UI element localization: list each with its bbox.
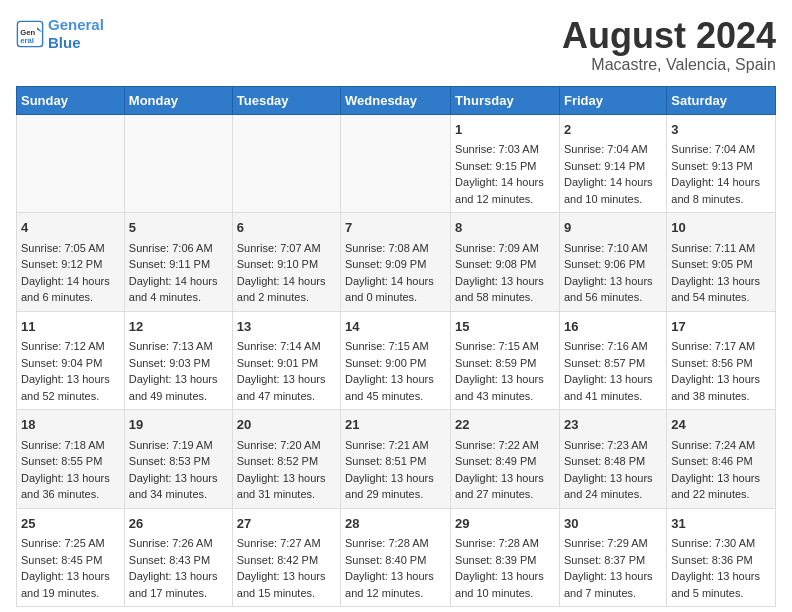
day-number: 14 [345, 317, 446, 337]
day-number: 29 [455, 514, 555, 534]
day-detail: Sunrise: 7:11 AM [671, 240, 771, 257]
day-detail: Sunrise: 7:17 AM [671, 338, 771, 355]
calendar-cell: 26Sunrise: 7:26 AMSunset: 8:43 PMDayligh… [124, 508, 232, 607]
day-detail: Sunrise: 7:03 AM [455, 141, 555, 158]
day-number: 8 [455, 218, 555, 238]
svg-text:eral: eral [20, 36, 34, 45]
calendar-cell: 16Sunrise: 7:16 AMSunset: 8:57 PMDayligh… [559, 311, 666, 410]
day-detail: Sunrise: 7:30 AM [671, 535, 771, 552]
calendar-week-row: 25Sunrise: 7:25 AMSunset: 8:45 PMDayligh… [17, 508, 776, 607]
day-detail: Daylight: 13 hours and 58 minutes. [455, 273, 555, 306]
day-detail: Sunset: 9:05 PM [671, 256, 771, 273]
calendar-cell [232, 114, 340, 213]
day-detail: Daylight: 14 hours and 6 minutes. [21, 273, 120, 306]
day-detail: Sunset: 8:36 PM [671, 552, 771, 569]
calendar-cell: 2Sunrise: 7:04 AMSunset: 9:14 PMDaylight… [559, 114, 666, 213]
calendar-cell: 6Sunrise: 7:07 AMSunset: 9:10 PMDaylight… [232, 213, 340, 312]
day-detail: Sunset: 9:14 PM [564, 158, 662, 175]
day-detail: Sunset: 9:08 PM [455, 256, 555, 273]
day-detail: Daylight: 14 hours and 0 minutes. [345, 273, 446, 306]
day-detail: Sunset: 8:56 PM [671, 355, 771, 372]
day-detail: Sunrise: 7:15 AM [345, 338, 446, 355]
column-header-wednesday: Wednesday [341, 86, 451, 114]
day-detail: Sunrise: 7:23 AM [564, 437, 662, 454]
day-detail: Sunset: 9:01 PM [237, 355, 336, 372]
day-number: 24 [671, 415, 771, 435]
day-detail: Daylight: 13 hours and 36 minutes. [21, 470, 120, 503]
day-number: 18 [21, 415, 120, 435]
main-title: August 2024 [562, 16, 776, 56]
day-number: 2 [564, 120, 662, 140]
day-number: 23 [564, 415, 662, 435]
day-detail: Daylight: 14 hours and 2 minutes. [237, 273, 336, 306]
day-detail: Daylight: 13 hours and 24 minutes. [564, 470, 662, 503]
day-number: 27 [237, 514, 336, 534]
day-detail: Sunrise: 7:16 AM [564, 338, 662, 355]
calendar-cell: 12Sunrise: 7:13 AMSunset: 9:03 PMDayligh… [124, 311, 232, 410]
calendar-cell: 20Sunrise: 7:20 AMSunset: 8:52 PMDayligh… [232, 410, 340, 509]
day-detail: Sunrise: 7:26 AM [129, 535, 228, 552]
calendar-week-row: 1Sunrise: 7:03 AMSunset: 9:15 PMDaylight… [17, 114, 776, 213]
calendar-cell: 8Sunrise: 7:09 AMSunset: 9:08 PMDaylight… [451, 213, 560, 312]
day-detail: Daylight: 14 hours and 4 minutes. [129, 273, 228, 306]
day-detail: Daylight: 13 hours and 27 minutes. [455, 470, 555, 503]
day-detail: Sunrise: 7:28 AM [455, 535, 555, 552]
calendar-cell: 14Sunrise: 7:15 AMSunset: 9:00 PMDayligh… [341, 311, 451, 410]
column-header-monday: Monday [124, 86, 232, 114]
calendar-cell: 25Sunrise: 7:25 AMSunset: 8:45 PMDayligh… [17, 508, 125, 607]
day-detail: Sunrise: 7:22 AM [455, 437, 555, 454]
day-detail: Sunset: 8:40 PM [345, 552, 446, 569]
subtitle: Macastre, Valencia, Spain [562, 56, 776, 74]
day-detail: Sunset: 8:37 PM [564, 552, 662, 569]
logo-text: General Blue [48, 16, 104, 52]
day-detail: Daylight: 13 hours and 15 minutes. [237, 568, 336, 601]
day-detail: Sunset: 9:04 PM [21, 355, 120, 372]
day-detail: Daylight: 14 hours and 12 minutes. [455, 174, 555, 207]
day-detail: Sunrise: 7:07 AM [237, 240, 336, 257]
calendar-cell: 11Sunrise: 7:12 AMSunset: 9:04 PMDayligh… [17, 311, 125, 410]
day-detail: Daylight: 13 hours and 31 minutes. [237, 470, 336, 503]
calendar-cell: 7Sunrise: 7:08 AMSunset: 9:09 PMDaylight… [341, 213, 451, 312]
day-detail: Sunset: 8:53 PM [129, 453, 228, 470]
calendar-week-row: 11Sunrise: 7:12 AMSunset: 9:04 PMDayligh… [17, 311, 776, 410]
day-detail: Sunrise: 7:06 AM [129, 240, 228, 257]
calendar-cell: 28Sunrise: 7:28 AMSunset: 8:40 PMDayligh… [341, 508, 451, 607]
day-detail: Sunset: 9:10 PM [237, 256, 336, 273]
day-detail: Sunset: 8:39 PM [455, 552, 555, 569]
calendar-cell: 13Sunrise: 7:14 AMSunset: 9:01 PMDayligh… [232, 311, 340, 410]
day-detail: Daylight: 14 hours and 8 minutes. [671, 174, 771, 207]
day-number: 1 [455, 120, 555, 140]
day-number: 17 [671, 317, 771, 337]
calendar-cell: 9Sunrise: 7:10 AMSunset: 9:06 PMDaylight… [559, 213, 666, 312]
day-detail: Sunset: 9:13 PM [671, 158, 771, 175]
day-number: 19 [129, 415, 228, 435]
column-header-thursday: Thursday [451, 86, 560, 114]
day-number: 11 [21, 317, 120, 337]
day-detail: Daylight: 13 hours and 7 minutes. [564, 568, 662, 601]
calendar-cell: 23Sunrise: 7:23 AMSunset: 8:48 PMDayligh… [559, 410, 666, 509]
day-number: 5 [129, 218, 228, 238]
day-detail: Sunset: 8:43 PM [129, 552, 228, 569]
day-detail: Sunset: 8:45 PM [21, 552, 120, 569]
day-number: 6 [237, 218, 336, 238]
column-header-sunday: Sunday [17, 86, 125, 114]
day-number: 13 [237, 317, 336, 337]
calendar-cell: 3Sunrise: 7:04 AMSunset: 9:13 PMDaylight… [667, 114, 776, 213]
day-number: 4 [21, 218, 120, 238]
day-number: 15 [455, 317, 555, 337]
calendar-cell: 21Sunrise: 7:21 AMSunset: 8:51 PMDayligh… [341, 410, 451, 509]
day-number: 26 [129, 514, 228, 534]
calendar-week-row: 4Sunrise: 7:05 AMSunset: 9:12 PMDaylight… [17, 213, 776, 312]
day-detail: Daylight: 13 hours and 12 minutes. [345, 568, 446, 601]
day-detail: Daylight: 13 hours and 43 minutes. [455, 371, 555, 404]
day-detail: Sunrise: 7:13 AM [129, 338, 228, 355]
calendar-cell: 5Sunrise: 7:06 AMSunset: 9:11 PMDaylight… [124, 213, 232, 312]
day-detail: Daylight: 13 hours and 5 minutes. [671, 568, 771, 601]
day-detail: Sunrise: 7:19 AM [129, 437, 228, 454]
day-detail: Daylight: 13 hours and 10 minutes. [455, 568, 555, 601]
day-detail: Daylight: 13 hours and 38 minutes. [671, 371, 771, 404]
calendar-cell: 19Sunrise: 7:19 AMSunset: 8:53 PMDayligh… [124, 410, 232, 509]
day-detail: Sunrise: 7:15 AM [455, 338, 555, 355]
day-detail: Sunset: 8:42 PM [237, 552, 336, 569]
calendar-cell [17, 114, 125, 213]
